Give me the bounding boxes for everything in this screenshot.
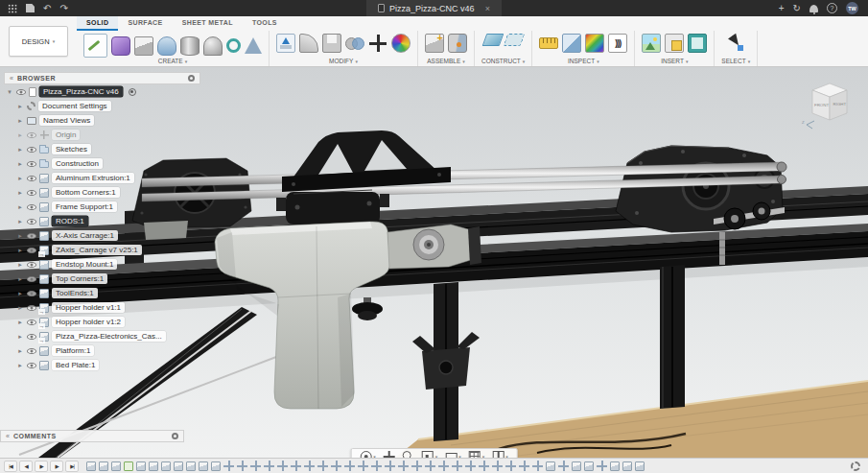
panel-options-dot-icon[interactable] bbox=[172, 433, 178, 439]
revolve-icon[interactable] bbox=[157, 36, 176, 56]
browser-row[interactable]: ▸ X-Axis Carrage:1 bbox=[4, 228, 200, 243]
disclosure-arrow-icon[interactable]: ▸ bbox=[16, 203, 24, 210]
collapse-panel-icon[interactable]: « bbox=[10, 75, 13, 82]
node-label[interactable]: Origin bbox=[52, 130, 80, 140]
timeline-feature-icon[interactable] bbox=[124, 461, 133, 471]
play-button[interactable]: ▶ bbox=[35, 461, 48, 472]
view-cube[interactable]: FRONT RIGHT Z bbox=[801, 75, 860, 134]
disclosure-arrow-icon[interactable]: ▸ bbox=[16, 247, 24, 253]
timeline-feature-icon[interactable] bbox=[174, 461, 183, 471]
browser-row[interactable]: ▸ Document Settings bbox=[4, 99, 200, 113]
timeline-feature-icon[interactable] bbox=[277, 461, 288, 471]
visibility-eye-icon[interactable] bbox=[27, 161, 36, 167]
timeline-feature-icon[interactable] bbox=[99, 461, 108, 471]
visibility-eye-icon[interactable] bbox=[27, 147, 36, 153]
disclosure-arrow-icon[interactable]: ▸ bbox=[16, 290, 24, 296]
select-dropdown[interactable]: SELECT ▾ bbox=[721, 58, 750, 64]
timeline-feature-icon[interactable] bbox=[199, 461, 208, 471]
cylinder-icon[interactable] bbox=[180, 36, 199, 56]
timeline-feature-icon[interactable] bbox=[136, 461, 146, 471]
visibility-eye-icon[interactable] bbox=[27, 291, 36, 296]
disclosure-arrow-icon[interactable]: ▸ bbox=[16, 117, 24, 124]
loft-icon[interactable] bbox=[245, 37, 262, 54]
curvature-comb-icon[interactable] bbox=[608, 34, 627, 53]
app-grid-icon[interactable] bbox=[8, 4, 17, 13]
appearance-icon[interactable] bbox=[391, 34, 411, 53]
timeline-settings-gear-icon[interactable] bbox=[851, 461, 860, 471]
visibility-eye-icon[interactable] bbox=[27, 305, 36, 311]
timeline-feature-icon[interactable] bbox=[584, 461, 594, 471]
timeline-feature-icon[interactable] bbox=[186, 461, 196, 471]
timeline-feature-icon[interactable] bbox=[331, 461, 341, 471]
coil-icon[interactable] bbox=[226, 38, 241, 53]
visibility-eye-icon[interactable] bbox=[16, 89, 26, 95]
visibility-eye-icon[interactable] bbox=[27, 348, 36, 354]
modify-dropdown[interactable]: MODIFY ▾ bbox=[329, 58, 358, 64]
browser-row[interactable]: ▸ Hopper holder v1:1 bbox=[4, 300, 200, 315]
ribbon-tab[interactable]: TOOLS bbox=[243, 16, 287, 31]
disclosure-arrow-icon[interactable]: ▸ bbox=[16, 175, 24, 181]
disclosure-arrow-icon[interactable]: ▸ bbox=[16, 160, 24, 167]
timeline-feature-icon[interactable] bbox=[492, 461, 503, 471]
press-pull-icon[interactable] bbox=[276, 34, 295, 53]
avatar[interactable]: TW bbox=[846, 2, 858, 14]
node-label[interactable]: Aluminum Extrusion:1 bbox=[52, 173, 134, 183]
browser-row[interactable]: ▸ Frame Support:1 bbox=[4, 200, 200, 214]
select-icon[interactable] bbox=[726, 34, 745, 53]
zebra-analysis-icon[interactable] bbox=[585, 34, 604, 53]
box-icon[interactable] bbox=[134, 36, 153, 56]
visibility-eye-icon[interactable] bbox=[27, 219, 36, 225]
node-label[interactable]: Document Settings bbox=[38, 101, 111, 111]
node-label[interactable]: Hopper holder v1:2 bbox=[52, 317, 125, 327]
visibility-eye-icon[interactable] bbox=[27, 363, 36, 368]
node-label[interactable]: ZAxis_Carrage v7 v25:1 bbox=[52, 245, 142, 255]
disclosure-arrow-icon[interactable]: ▸ bbox=[16, 319, 24, 325]
timeline-feature-icon[interactable] bbox=[371, 461, 382, 471]
browser-row[interactable]: ▸ Aluminum Extrusion:1 bbox=[4, 171, 200, 185]
node-label[interactable]: Endstop Mount:1 bbox=[52, 259, 117, 270]
sphere-icon[interactable] bbox=[203, 36, 223, 56]
viewcube-front-label[interactable]: FRONT bbox=[814, 103, 829, 107]
timeline-feature-icon[interactable] bbox=[161, 461, 171, 471]
timeline-feature-icon[interactable] bbox=[438, 461, 449, 471]
timeline-feature-icon[interactable] bbox=[223, 461, 234, 471]
timeline-feature-icon[interactable] bbox=[344, 461, 355, 471]
timeline-feature-icon[interactable] bbox=[86, 461, 96, 471]
combine-icon[interactable] bbox=[345, 34, 364, 53]
decal-icon[interactable] bbox=[642, 34, 661, 53]
visibility-eye-icon[interactable] bbox=[27, 204, 36, 210]
visibility-eye-icon[interactable] bbox=[27, 190, 36, 196]
timeline-feature-icon[interactable] bbox=[532, 461, 543, 471]
canvas-icon[interactable] bbox=[688, 34, 707, 53]
activate-component-radio[interactable] bbox=[129, 88, 136, 96]
workspace-switcher-button[interactable]: DESIGN ▾ bbox=[9, 26, 68, 57]
node-label[interactable]: Bottom Corners:1 bbox=[52, 187, 120, 198]
timeline-feature-icon[interactable] bbox=[111, 461, 121, 471]
node-label[interactable]: Construction bbox=[52, 158, 103, 169]
visibility-eye-icon[interactable] bbox=[27, 176, 36, 181]
timeline-feature-icon[interactable] bbox=[572, 461, 581, 471]
browser-row[interactable]: ▸ Construction bbox=[4, 156, 200, 171]
node-label[interactable]: ToolEnds:1 bbox=[52, 288, 98, 298]
visibility-eye-icon[interactable] bbox=[27, 319, 36, 325]
browser-row[interactable]: ▸ ToolEnds:1 bbox=[4, 286, 200, 300]
visibility-eye-icon[interactable] bbox=[27, 334, 36, 340]
disclosure-arrow-icon[interactable]: ▾ bbox=[6, 88, 13, 95]
browser-row[interactable]: ▸ Hopper holder v1:2 bbox=[4, 315, 200, 329]
step-back-button[interactable]: ◀ bbox=[19, 461, 33, 472]
browser-row[interactable]: ▸ Pizza_Pizza-Electronics_Cas... bbox=[4, 329, 200, 343]
timeline-feature-icon[interactable] bbox=[317, 461, 328, 471]
ribbon-tab[interactable]: SURFACE bbox=[118, 16, 172, 31]
viewcube-right-label[interactable]: RIGHT bbox=[833, 102, 847, 106]
visibility-eye-icon[interactable] bbox=[27, 132, 36, 138]
fillet-icon[interactable] bbox=[299, 34, 318, 53]
timeline-feature-icon[interactable] bbox=[398, 461, 409, 471]
browser-row[interactable]: ▸ RODS:1 bbox=[4, 214, 200, 228]
visibility-eye-icon[interactable] bbox=[27, 248, 36, 253]
construction-plane-icon[interactable] bbox=[481, 34, 504, 46]
visibility-eye-icon[interactable] bbox=[27, 233, 36, 239]
timeline-feature-icon[interactable] bbox=[597, 461, 607, 471]
node-label[interactable]: Sketches bbox=[52, 144, 91, 154]
step-forward-button[interactable]: ▶ bbox=[50, 461, 63, 472]
assemble-dropdown[interactable]: ASSEMBLE ▾ bbox=[427, 58, 465, 64]
